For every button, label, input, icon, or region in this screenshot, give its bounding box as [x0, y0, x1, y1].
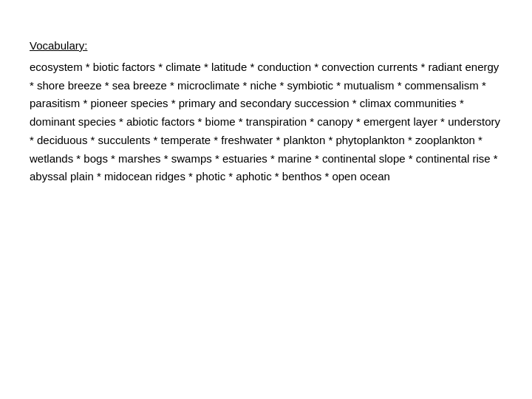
- main-content: Vocabulary: ecosystem * biotic factors *…: [0, 0, 532, 216]
- section-title: Vocabulary:: [30, 37, 502, 55]
- vocabulary-text: ecosystem * biotic factors * climate * l…: [30, 58, 502, 186]
